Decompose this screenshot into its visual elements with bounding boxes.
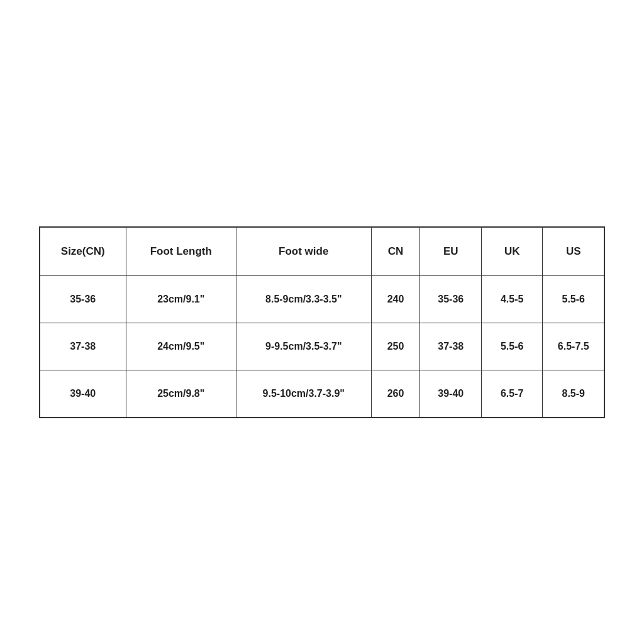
- cell-us-2: 6.5-7.5: [543, 323, 604, 370]
- cell-cn-2: 250: [371, 323, 420, 370]
- cell-foot-length-1: 23cm/9.1": [126, 275, 236, 323]
- cell-eu-2: 37-38: [420, 323, 481, 370]
- header-size-cn: Size(CN): [40, 227, 126, 275]
- cell-size-cn-3: 39-40: [40, 370, 126, 417]
- page-wrapper: Size(CN) Foot Length Foot wide CN EU UK …: [0, 0, 644, 644]
- header-uk: UK: [481, 227, 542, 275]
- header-foot-wide: Foot wide: [236, 227, 372, 275]
- cell-foot-wide-2: 9-9.5cm/3.5-3.7": [236, 323, 372, 370]
- table-row: 39-40 25cm/9.8" 9.5-10cm/3.7-3.9" 260 39…: [40, 370, 604, 417]
- cell-eu-3: 39-40: [420, 370, 481, 417]
- cell-cn-1: 240: [371, 275, 420, 323]
- cell-size-cn-2: 37-38: [40, 323, 126, 370]
- table-row: 35-36 23cm/9.1" 8.5-9cm/3.3-3.5" 240 35-…: [40, 275, 604, 323]
- cell-us-3: 8.5-9: [543, 370, 604, 417]
- cell-foot-length-3: 25cm/9.8": [126, 370, 236, 417]
- size-chart-container: Size(CN) Foot Length Foot wide CN EU UK …: [39, 226, 605, 418]
- header-us: US: [543, 227, 604, 275]
- header-eu: EU: [420, 227, 481, 275]
- cell-uk-2: 5.5-6: [481, 323, 542, 370]
- cell-eu-1: 35-36: [420, 275, 481, 323]
- header-cn: CN: [371, 227, 420, 275]
- table-row: 37-38 24cm/9.5" 9-9.5cm/3.5-3.7" 250 37-…: [40, 323, 604, 370]
- cell-foot-wide-3: 9.5-10cm/3.7-3.9": [236, 370, 372, 417]
- header-row: Size(CN) Foot Length Foot wide CN EU UK …: [40, 227, 604, 275]
- size-chart-table: Size(CN) Foot Length Foot wide CN EU UK …: [40, 227, 604, 418]
- cell-size-cn-1: 35-36: [40, 275, 126, 323]
- cell-foot-wide-1: 8.5-9cm/3.3-3.5": [236, 275, 372, 323]
- cell-uk-3: 6.5-7: [481, 370, 542, 417]
- header-foot-length: Foot Length: [126, 227, 236, 275]
- cell-foot-length-2: 24cm/9.5": [126, 323, 236, 370]
- cell-uk-1: 4.5-5: [481, 275, 542, 323]
- cell-cn-3: 260: [371, 370, 420, 417]
- cell-us-1: 5.5-6: [543, 275, 604, 323]
